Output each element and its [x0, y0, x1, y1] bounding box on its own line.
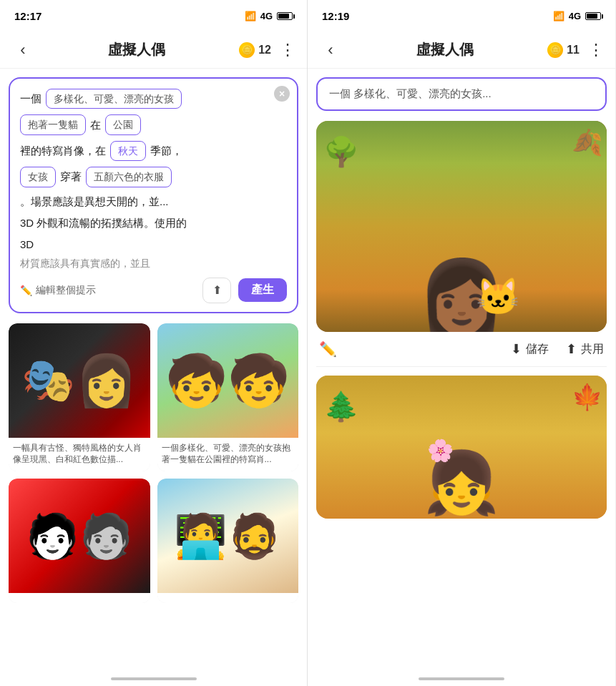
- left-status-bar: 12:17 📶 4G: [0, 0, 307, 31]
- girl-3d-image: 🧒: [157, 323, 299, 438]
- share-icon: ⬆: [566, 341, 577, 357]
- image-grid: 👩 一幅具有古怪、獨特風格的女人肖像呈現黑、白和紅色數位描... 🧒 一個多樣化…: [9, 323, 298, 604]
- edit-prompt-button[interactable]: ✏️ 編輯整個提示: [20, 284, 96, 297]
- right-main-content: 一個 多樣化、可愛、漂亮的女孩... 🌳 🍂 👩🏾 🐱: [308, 69, 615, 527]
- right-coin-icon: 🪙: [547, 42, 563, 58]
- prompt-tag-colorful-clothes[interactable]: 五顏六色的衣服: [86, 167, 172, 187]
- second-tree-left: 🌲: [323, 390, 359, 423]
- second-tree-right: 🍁: [572, 383, 603, 412]
- right-time: 12:19: [322, 10, 349, 22]
- left-battery-fill: [278, 14, 289, 19]
- left-nav-right: 🪙 12 ⋮: [239, 41, 295, 59]
- right-status-bar: 12:19 📶 4G: [308, 0, 615, 31]
- silhouette-image: 🧑: [9, 479, 150, 593]
- grid-caption-1: 一幅具有古怪、獨特風格的女人肖像呈現黑、白和紅色數位描...: [9, 438, 150, 472]
- grid-caption-4: [157, 593, 299, 603]
- left-main-content: × 一個 多樣化、可愛、漂亮的女孩 抱著一隻貓 在 公園 裡的特寫肖像，在 秋天…: [0, 69, 307, 612]
- right-battery-fill: [587, 14, 597, 19]
- download-icon: ⬇: [511, 341, 522, 357]
- grid-caption-3: [9, 593, 150, 603]
- right-coins-value: 11: [567, 44, 580, 57]
- prompt-text-5: 。場景應該是異想天開的，並...: [20, 193, 287, 210]
- prompt-text-7: 3D: [20, 236, 287, 253]
- prompt-tag-girl[interactable]: 多樣化、可愛、漂亮的女孩: [46, 89, 182, 109]
- cat-figure: 🐱: [476, 276, 520, 318]
- left-home-indicator: [111, 677, 197, 680]
- grid-item-1[interactable]: 👩 一幅具有古怪、獨特風格的女人肖像呈現黑、白和紅色數位描...: [9, 323, 150, 472]
- close-button[interactable]: ×: [274, 86, 290, 102]
- main-image-container: 🌳 🍂 👩🏾 🐱: [316, 121, 607, 332]
- save-label: 儲存: [526, 342, 549, 357]
- share-image-button[interactable]: ⬆ 共用: [566, 341, 604, 357]
- right-more-button[interactable]: ⋮: [588, 41, 604, 59]
- left-nav-bar: ‹ 虛擬人偶 🪙 12 ⋮: [0, 31, 307, 69]
- prompt-display-bar[interactable]: 一個 多樣化、可愛、漂亮的女孩...: [316, 77, 607, 111]
- share-prompt-button[interactable]: ⬆: [202, 278, 231, 303]
- prompt-tag-park[interactable]: 公園: [105, 114, 141, 134]
- left-time: 12:17: [14, 10, 41, 22]
- right-nav-bar: ‹ 虛擬人偶 🪙 11 ⋮: [308, 31, 615, 69]
- action-right-group: ⬇ 儲存 ⬆ 共用: [511, 341, 604, 357]
- prompt-display-text: 一個 多樣化、可愛、漂亮的女孩...: [329, 87, 492, 99]
- prompt-text-6: 3D 外觀和流暢的拓撲結構。使用的: [20, 215, 287, 232]
- main-generated-image: 🌳 🍂 👩🏾 🐱: [316, 121, 607, 332]
- grid-image-3: 🧑: [9, 479, 150, 593]
- prompt-line-3: 裡的特寫肖像，在 秋天 季節，: [20, 141, 287, 161]
- prompt-in-label: 在: [90, 117, 101, 134]
- grid-image-1: 👩: [9, 323, 150, 438]
- generate-label: 產生: [251, 283, 274, 295]
- left-nav-title: 虛擬人偶: [108, 40, 165, 59]
- prompt-editor-card: × 一個 多樣化、可愛、漂亮的女孩 抱著一隻貓 在 公園 裡的特寫肖像，在 秋天…: [9, 77, 298, 313]
- right-status-icons: 📶 4G: [553, 11, 601, 21]
- right-nav-right: 🪙 11 ⋮: [547, 41, 604, 59]
- image-action-bar: ✏️ ⬇ 儲存 ⬆ 共用: [316, 332, 607, 367]
- edit-pencil-icon: ✏️: [20, 285, 32, 296]
- prompt-line3-prefix: 裡的特寫肖像，在: [20, 142, 106, 160]
- prompt-action-group: ⬆ 產生: [202, 278, 287, 303]
- prompt-text-dim: 材質應該具有真實感的，並且: [20, 258, 287, 270]
- prompt-tag-holding-cat[interactable]: 抱著一隻貓: [20, 114, 86, 134]
- right-network-label: 4G: [569, 11, 581, 21]
- prompt-prefix-1: 一個: [20, 90, 41, 107]
- left-network-label: 4G: [260, 11, 273, 21]
- left-more-button[interactable]: ⋮: [280, 41, 295, 59]
- grid-image-4: 🧔: [157, 479, 299, 593]
- right-battery-icon: [585, 12, 601, 20]
- generate-button[interactable]: 產生: [238, 278, 287, 302]
- right-home-indicator: [419, 677, 504, 680]
- edit-icon: ✏️: [319, 340, 337, 358]
- grid-caption-2: 一個多樣化、可愛、漂亮的女孩抱著一隻貓在公園裡的特寫肖...: [157, 438, 299, 472]
- left-coins-value: 12: [258, 44, 271, 57]
- prompt-tag-autumn[interactable]: 秋天: [110, 141, 146, 161]
- right-coins-display: 🪙 11: [547, 42, 580, 58]
- right-phone: 12:19 📶 4G ‹ 虛擬人偶 🪙 11 ⋮ 一個 多樣化、可愛、漂亮的女孩…: [308, 0, 615, 686]
- prompt-tag-girl2[interactable]: 女孩: [20, 167, 56, 187]
- save-button[interactable]: ⬇ 儲存: [511, 341, 549, 357]
- left-battery-icon: [277, 12, 293, 20]
- right-back-button[interactable]: ‹: [319, 41, 342, 59]
- grid-item-2[interactable]: 🧒 一個多樣化、可愛、漂亮的女孩抱著一隻貓在公園裡的特寫肖...: [157, 323, 299, 472]
- left-signal-icon: 📶: [245, 11, 256, 21]
- prompt-line-1: 一個 多樣化、可愛、漂亮的女孩: [20, 89, 287, 109]
- grid-item-3[interactable]: 🧑: [9, 479, 150, 603]
- edit-prompt-label: 編輯整個提示: [36, 284, 96, 297]
- prompt-line-2: 抱著一隻貓 在 公園: [20, 114, 287, 134]
- cartoon-man-image: 🧔: [157, 479, 299, 593]
- prompt-action-bar: ✏️ 編輯整個提示 ⬆ 產生: [20, 278, 287, 303]
- left-status-icons: 📶 4G: [245, 11, 293, 21]
- grid-item-4[interactable]: 🧔: [157, 479, 299, 603]
- tree-right-decoration: 🍂: [572, 128, 603, 157]
- share-label: 共用: [581, 342, 604, 357]
- prompt-line-4: 女孩 穿著 五顏六色的衣服: [20, 167, 287, 187]
- right-signal-icon: 📶: [553, 11, 564, 21]
- second-generated-image: 🌲 🍁 👧 🌸: [316, 376, 607, 519]
- left-phone: 12:17 📶 4G ‹ 虛擬人偶 🪙 12 ⋮ × 一個 多樣化、可愛、漂亮: [0, 0, 308, 686]
- tree-left-decoration: 🌳: [323, 135, 359, 169]
- right-nav-title: 虛擬人偶: [416, 40, 474, 59]
- grid-image-2: 🧒: [157, 323, 299, 438]
- left-back-button[interactable]: ‹: [11, 41, 34, 59]
- edit-image-button[interactable]: ✏️: [319, 340, 337, 358]
- girl-flower-figure: 👧 🌸: [424, 445, 499, 519]
- left-coins-display: 🪙 12: [239, 42, 271, 58]
- woman-sketch-image: 👩: [9, 323, 150, 438]
